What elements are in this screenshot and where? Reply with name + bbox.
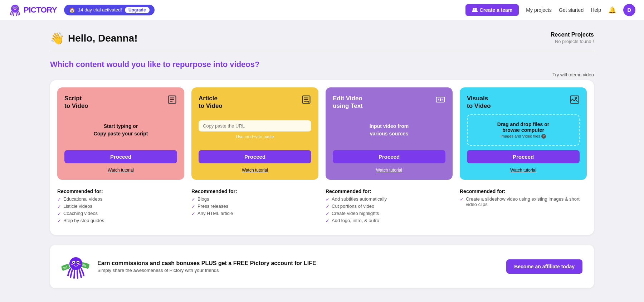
check-icon: ✓	[191, 197, 195, 202]
svg-point-5	[14, 9, 16, 10]
affiliate-text: Earn commissions and cash bonuses PLUS g…	[97, 260, 499, 273]
list-item: ✓Listicle videos	[57, 203, 184, 209]
recommended-script: Recommended for: ✓Educational videos ✓Li…	[57, 188, 184, 225]
upload-dropzone[interactable]: Drag and drop files orbrowse computer Im…	[467, 114, 580, 146]
my-projects-link[interactable]: My projects	[526, 7, 552, 13]
article-proceed-button[interactable]: Proceed	[199, 150, 311, 163]
url-input-container[interactable]	[199, 120, 311, 131]
svg-point-7	[475, 8, 477, 10]
check-icon: ✓	[326, 197, 330, 202]
edit-body-text: Input video fromvarious sources	[370, 123, 409, 138]
logo-text: PICTORY	[24, 5, 57, 15]
card-visuals-to-video: Visualsto Video Drag and drop files orbr…	[460, 87, 587, 180]
rec-visuals-list: ✓Create a slideshow video using existing…	[460, 196, 587, 207]
team-icon	[472, 7, 478, 13]
svg-point-31	[71, 264, 73, 265]
card-article-title: Articleto Video	[199, 95, 223, 110]
recent-projects: Recent Projects No projects found !	[551, 32, 594, 44]
card-script-title: Scriptto Video	[64, 95, 88, 110]
upload-subtitle: Images and Video files ?	[472, 134, 575, 139]
card-visuals-header: Visualsto Video	[467, 95, 580, 110]
card-visuals-title: Visualsto Video	[467, 95, 491, 110]
logo[interactable]: PICTORY	[9, 4, 57, 16]
rec-edit-list: ✓Add subtitles automatically ✓Cut portio…	[326, 196, 453, 224]
check-icon: ✓	[326, 211, 330, 216]
rec-script-list: ✓Educational videos ✓Listicle videos ✓Co…	[57, 196, 184, 224]
visuals-icon	[570, 95, 580, 107]
rec-edit-title: Recommended for:	[326, 188, 453, 194]
script-icon	[167, 95, 177, 107]
trial-text: 14 day trial activated!	[78, 7, 122, 13]
visuals-proceed-button[interactable]: Proceed	[467, 150, 580, 163]
card-edit-title: Edit Videousing Text	[333, 95, 363, 110]
affiliate-banner: $$$ $$$	[50, 245, 594, 288]
octopus-illustration: $$$ $$$	[62, 252, 90, 281]
greeting-text: Hello, Deanna!	[68, 33, 137, 44]
svg-point-29	[73, 262, 74, 263]
list-item: ✓Create video highlights	[326, 211, 453, 216]
url-input[interactable]	[203, 123, 307, 129]
edit-video-icon	[435, 95, 445, 107]
check-icon: ✓	[326, 204, 330, 209]
header-right: Create a team My projects Get started He…	[465, 4, 635, 16]
top-row: 👋 Hello, Deanna! Recent Projects No proj…	[50, 32, 594, 45]
cards-wrapper: Scriptto Video Start typing orCopy paste…	[50, 80, 594, 235]
svg-point-6	[473, 8, 475, 10]
list-item: ✓Step by step guides	[57, 218, 184, 224]
svg-point-30	[77, 262, 79, 263]
check-icon: ✓	[326, 218, 330, 224]
script-proceed-button[interactable]: Proceed	[64, 150, 177, 163]
card-edit-header: Edit Videousing Text	[333, 95, 445, 110]
divider	[50, 51, 594, 51]
list-item: ✓Coaching videos	[57, 211, 184, 216]
trial-badge: 🏠 14 day trial activated! Upgrade	[64, 5, 155, 15]
svg-point-4	[16, 7, 17, 8]
edit-watch-tutorial[interactable]: Watch tutorial	[333, 168, 445, 173]
get-started-link[interactable]: Get started	[559, 7, 584, 13]
cards-grid: Scriptto Video Start typing orCopy paste…	[57, 87, 587, 180]
recent-projects-title: Recent Projects	[551, 32, 594, 38]
demo-video-link[interactable]: Try with demo video	[552, 72, 594, 77]
visuals-watch-tutorial[interactable]: Watch tutorial	[467, 168, 580, 173]
card-article-body: Use cmd+v to paste	[199, 114, 311, 146]
list-item: ✓Add subtitles automatically	[326, 196, 453, 202]
info-icon: ?	[541, 134, 546, 139]
paste-hint: Use cmd+v to paste	[236, 134, 274, 139]
edit-proceed-button[interactable]: Proceed	[333, 150, 445, 163]
recent-projects-empty: No projects found !	[551, 39, 594, 44]
rec-visuals-title: Recommended for:	[460, 188, 587, 194]
notification-bell-icon[interactable]: 🔔	[608, 6, 616, 14]
header: PICTORY 🏠 14 day trial activated! Upgrad…	[0, 0, 644, 20]
list-item: ✓Add logo, intro, & outro	[326, 218, 453, 224]
list-item: ✓Blogs	[191, 196, 318, 202]
create-team-button[interactable]: Create a team	[465, 4, 519, 16]
card-edit-body: Input video fromvarious sources	[333, 114, 445, 146]
demo-link-row: Try with demo video	[50, 72, 594, 77]
recommended-article: Recommended for: ✓Blogs ✓Press releases …	[191, 188, 318, 225]
rec-article-title: Recommended for:	[191, 188, 318, 194]
script-watch-tutorial[interactable]: Watch tutorial	[64, 168, 177, 173]
help-link[interactable]: Help	[591, 7, 601, 13]
article-watch-tutorial[interactable]: Watch tutorial	[199, 168, 311, 173]
recommended-edit: Recommended for: ✓Add subtitles automati…	[326, 188, 453, 225]
article-icon	[301, 95, 311, 107]
recommended-visuals: Recommended for: ✓Create a slideshow vid…	[460, 188, 587, 225]
check-icon: ✓	[57, 197, 61, 202]
card-visuals-body[interactable]: Drag and drop files orbrowse computer Im…	[467, 114, 580, 146]
upgrade-button[interactable]: Upgrade	[125, 7, 150, 13]
section-question: Which content would you like to repurpos…	[50, 60, 594, 69]
svg-point-32	[78, 264, 80, 265]
script-body-text: Start typing orCopy paste your script	[94, 123, 148, 138]
check-icon: ✓	[191, 204, 195, 209]
svg-point-26	[69, 257, 82, 270]
affiliate-button[interactable]: Become an affiliate today	[506, 259, 582, 274]
check-icon: ✓	[57, 204, 61, 209]
logo-icon	[9, 4, 21, 16]
list-item: ✓Cut portions of video	[326, 203, 453, 209]
recommended-grid: Recommended for: ✓Educational videos ✓Li…	[57, 188, 587, 225]
affiliate-sub-text: Simply share the awesomeness of Pictory …	[97, 268, 499, 273]
check-icon: ✓	[191, 211, 195, 216]
rec-article-list: ✓Blogs ✓Press releases ✓Any HTML article	[191, 196, 318, 216]
avatar[interactable]: D	[623, 4, 635, 16]
list-item: ✓Press releases	[191, 203, 318, 209]
